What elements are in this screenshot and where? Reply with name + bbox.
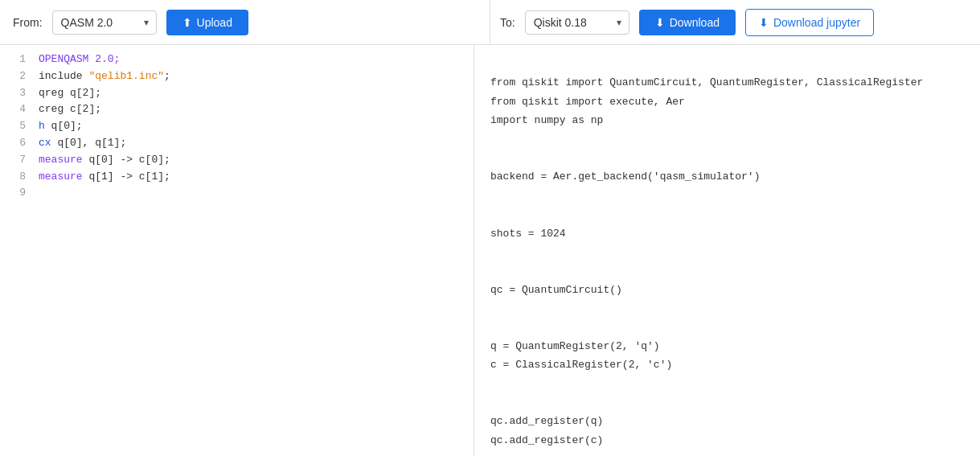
toolbar-right-section: To: Qiskit 0.18 Qiskit 0.19 Qiskit 0.20 … — [500, 9, 967, 36]
output-group-2: backend = Aer.get_backend('qasm_simulato… — [490, 170, 760, 183]
toolbar-divider — [490, 0, 490, 45]
output-group-6: qc.add_register(q) qc.add_register(c) — [490, 415, 603, 446]
code-line-4: 4 creg c[2]; — [0, 101, 474, 118]
code-line-2: 2 include "qelib1.inc"; — [0, 68, 474, 85]
to-label: To: — [500, 16, 515, 29]
code-line-8: 8 measure q[1] -> c[1]; — [0, 169, 474, 186]
input-code-block: 1 OPENQASM 2.0; 2 include "qelib1.inc"; … — [0, 51, 474, 202]
output-group-3: shots = 1024 — [490, 228, 566, 240]
code-line-9: 9 — [0, 185, 474, 202]
upload-button[interactable]: ⬆ Upload — [166, 10, 248, 35]
output-pane[interactable]: from qiskit import QuantumCircuit, Quant… — [474, 45, 980, 456]
input-editor-pane[interactable]: 1 OPENQASM 2.0; 2 include "qelib1.inc"; … — [0, 45, 474, 456]
toolbar-left-section: From: QASM 2.0 QASM 3.0 OpenQASM ▾ ⬆ Upl… — [13, 10, 480, 35]
to-select[interactable]: Qiskit 0.18 Qiskit 0.19 Qiskit 0.20 — [525, 10, 629, 35]
download-button[interactable]: ⬇ Download — [639, 10, 736, 35]
from-select-wrapper: QASM 2.0 QASM 3.0 OpenQASM ▾ — [52, 10, 157, 35]
download-jupyter-button[interactable]: ⬇ Download jupyter — [745, 9, 874, 36]
download-jupyter-icon: ⬇ — [759, 16, 769, 29]
code-line-6: 6 cx q[0], q[1]; — [0, 135, 474, 152]
to-select-wrapper: Qiskit 0.18 Qiskit 0.19 Qiskit 0.20 ▾ — [525, 10, 629, 35]
content-area: 1 OPENQASM 2.0; 2 include "qelib1.inc"; … — [0, 45, 980, 456]
code-line-3: 3 qreg q[2]; — [0, 85, 474, 102]
from-select[interactable]: QASM 2.0 QASM 3.0 OpenQASM — [52, 10, 157, 35]
download-icon: ⬇ — [655, 16, 665, 29]
output-group-5: q = QuantumRegister(2, 'q') c = Classica… — [490, 340, 672, 371]
from-label: From: — [13, 16, 43, 29]
output-group-1: from qiskit import QuantumCircuit, Quant… — [490, 76, 923, 126]
download-label: Download — [670, 16, 720, 29]
code-line-1: 1 OPENQASM 2.0; — [0, 51, 474, 68]
upload-label: Upload — [197, 16, 232, 29]
code-line-5: 5 h q[0]; — [0, 118, 474, 135]
upload-icon: ⬆ — [182, 16, 192, 29]
toolbar: From: QASM 2.0 QASM 3.0 OpenQASM ▾ ⬆ Upl… — [0, 0, 980, 45]
code-line-7: 7 measure q[0] -> c[0]; — [0, 152, 474, 169]
output-code-block: from qiskit import QuantumCircuit, Quant… — [490, 55, 964, 456]
output-group-4: qc = QuantumCircuit() — [490, 284, 622, 296]
download-jupyter-label: Download jupyter — [773, 16, 860, 29]
